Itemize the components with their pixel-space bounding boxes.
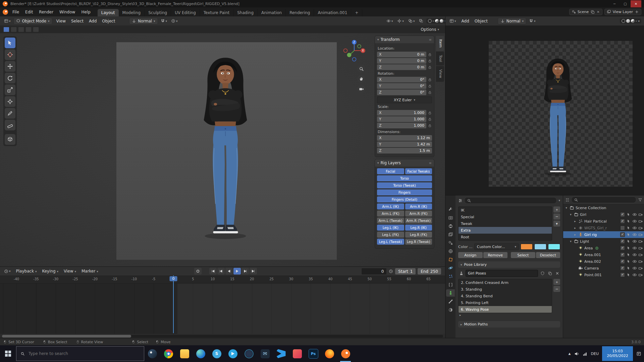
close-button[interactable]: ✕ [631, 0, 641, 7]
exclude-checkbox[interactable]: ✓ [620, 266, 625, 270]
orientation-dropdown[interactable]: Normal▾ [498, 18, 526, 24]
rig-layer-arm-r-ik[interactable]: Arm.R (IK) [405, 203, 432, 209]
workspace-tab-animation[interactable]: Animation [258, 9, 286, 16]
exclude-checkbox[interactable]: ✓ [620, 259, 625, 264]
color-swatch-active[interactable] [548, 244, 560, 250]
lock-icon[interactable] [428, 52, 432, 57]
start-frame-field[interactable]: Start1 [395, 268, 416, 275]
timeline-menu-keying[interactable]: Keying ▾ [39, 268, 61, 275]
transform-field-location-x[interactable]: X0 m [377, 52, 426, 57]
timeline-menu-view[interactable]: View ▾ [61, 268, 79, 275]
exclude-checkbox[interactable]: ✓ [620, 252, 625, 257]
rig-layer-arm-r-tweak[interactable]: Arm.R (Tweak) [405, 218, 432, 224]
mode-dropdown[interactable]: Object Mode▾ [13, 18, 52, 24]
eye-icon[interactable] [632, 252, 637, 257]
add-group-button[interactable]: ＋ [553, 206, 560, 213]
disclosure-triangle-icon[interactable]: ▾ [569, 240, 573, 243]
remove-pose-button[interactable]: − [553, 286, 560, 292]
exclude-checkbox[interactable]: ✓ [620, 219, 625, 224]
bone-group-row-root[interactable]: Root [459, 234, 552, 240]
shading-material-button[interactable] [631, 19, 635, 23]
properties-search-input[interactable] [464, 197, 557, 204]
outliner-search-field[interactable] [580, 197, 634, 202]
assign-button[interactable]: Assign [458, 252, 483, 258]
disclosure-triangle-icon[interactable]: ▸ [573, 233, 577, 236]
workspace-tab-shading[interactable]: Shading [233, 9, 258, 16]
xray-toggle[interactable] [418, 18, 425, 24]
camera-view-button[interactable] [357, 85, 365, 93]
exclude-checkbox[interactable]: ✓ [620, 239, 625, 244]
rotation-mode-dropdown[interactable]: XYZ Euler ▾ [377, 97, 432, 103]
properties-tab-output[interactable] [446, 222, 455, 230]
properties-tab-scene[interactable] [446, 239, 455, 246]
workspace-tab-item[interactable]: + [351, 9, 362, 16]
shading-rendered-button[interactable] [636, 20, 637, 22]
viewport-menu-select[interactable]: Select [68, 18, 86, 24]
properties-tab-physics[interactable] [446, 264, 455, 272]
proportional-edit-toggle[interactable]: ▾ [170, 18, 179, 24]
remove-button[interactable]: Remove [483, 252, 508, 258]
sidebar-tab-item[interactable]: Item [436, 36, 444, 51]
outliner-row[interactable]: ▾Girl✓ [563, 211, 644, 218]
transform-field-location-y[interactable]: Y0 m [377, 58, 426, 64]
lock-icon[interactable] [428, 117, 432, 121]
timeline-body[interactable] [0, 284, 445, 334]
rig-layer-torso-tweak[interactable]: Torso (Tweak) [377, 182, 432, 188]
select-mode-subtract-button[interactable] [18, 27, 24, 32]
rig-layer-arm-l-tweak[interactable]: Arm.L (Tweak) [377, 218, 404, 224]
pose-row-3-standing[interactable]: 3. Standing [459, 286, 552, 293]
pointer-icon[interactable] [626, 212, 631, 217]
disclosure-triangle-icon[interactable]: ▾ [565, 206, 568, 209]
titlebar[interactable]: Blender* [E:\Zudrit Studios\Projects\_BL… [0, 0, 644, 8]
3d-viewport[interactable]: Z X ▾Transform≡ Location:X0 mY0 mZ0 mRot… [0, 33, 445, 266]
viewport-menu-add[interactable]: Add [86, 18, 99, 24]
cam-toggle-icon[interactable] [638, 232, 643, 237]
disclosure-triangle-icon[interactable]: ▸ [573, 220, 577, 223]
menu-edit[interactable]: Edit [22, 9, 36, 15]
firefox-taskbar-button[interactable] [321, 345, 337, 362]
pose-row-2-confident-creased-arm[interactable]: 2. Confident Creased Arm [459, 279, 552, 286]
play-reverse-button[interactable] [225, 268, 233, 275]
shading-wireframe-button[interactable] [428, 19, 432, 23]
select-box-tool-button[interactable] [5, 38, 15, 48]
add-cube-tool-button[interactable] [5, 134, 15, 145]
workspace-tab-rendering[interactable]: Rendering [286, 9, 314, 16]
jump-end-button[interactable] [250, 268, 257, 275]
photoshop-taskbar-button[interactable]: Ps [305, 345, 321, 362]
new-layer-icon[interactable] [635, 10, 639, 14]
steam-taskbar-button[interactable] [144, 345, 160, 362]
preview-menu-add[interactable]: Add [459, 18, 472, 24]
shading-wireframe-button[interactable] [622, 19, 625, 23]
blender-taskbar-button[interactable] [337, 345, 354, 362]
transform-tool-button[interactable] [5, 96, 15, 107]
transform-field-scale-z[interactable]: Z1.000 [377, 123, 426, 128]
skype-taskbar-button[interactable]: S [209, 345, 225, 362]
outliner-editor-icon[interactable] [565, 198, 570, 202]
rig-layers-panel-header[interactable]: ▾Rig Layers≡ [375, 159, 434, 167]
taskbar-search-field[interactable] [28, 351, 140, 356]
zoom-button[interactable] [357, 65, 365, 73]
color-set-dropdown[interactable]: Custom Color...▾ [474, 243, 519, 250]
options-dropdown[interactable]: Options▾ [421, 27, 448, 32]
navigation-gizmo[interactable]: Z X [342, 39, 366, 62]
properties-search-field[interactable] [473, 198, 554, 203]
rig-layer-arm-l-fk[interactable]: Arm.L (FK) [377, 210, 404, 217]
properties-tab-bone[interactable] [446, 298, 455, 305]
shading-rendered-button[interactable] [440, 19, 443, 23]
tray-expand-icon[interactable]: ▲ [569, 352, 571, 355]
transform-field-location-z[interactable]: Z0 m [377, 64, 426, 70]
telegram-taskbar-button[interactable] [225, 345, 241, 362]
outliner-row[interactable]: Area✓ [563, 245, 644, 251]
pose-row-4-standing-bend[interactable]: 4. Standing Bend [459, 293, 552, 299]
properties-tab-particles[interactable] [446, 273, 455, 280]
properties-tab-render[interactable] [446, 214, 455, 221]
cam-toggle-icon[interactable] [638, 259, 643, 264]
blender-menu-icon[interactable] [3, 9, 8, 15]
annotate-tool-button[interactable] [5, 108, 15, 119]
workspace-tab-uv-editing[interactable]: UV Editing [171, 9, 200, 16]
bone-group-row-special[interactable]: Special [459, 214, 552, 220]
motion-paths-header[interactable]: ▸Motion Paths [458, 321, 560, 327]
playhead[interactable] [173, 276, 174, 333]
select-mode-extend-button[interactable] [11, 27, 17, 32]
properties-tab-object-data[interactable] [446, 289, 455, 297]
